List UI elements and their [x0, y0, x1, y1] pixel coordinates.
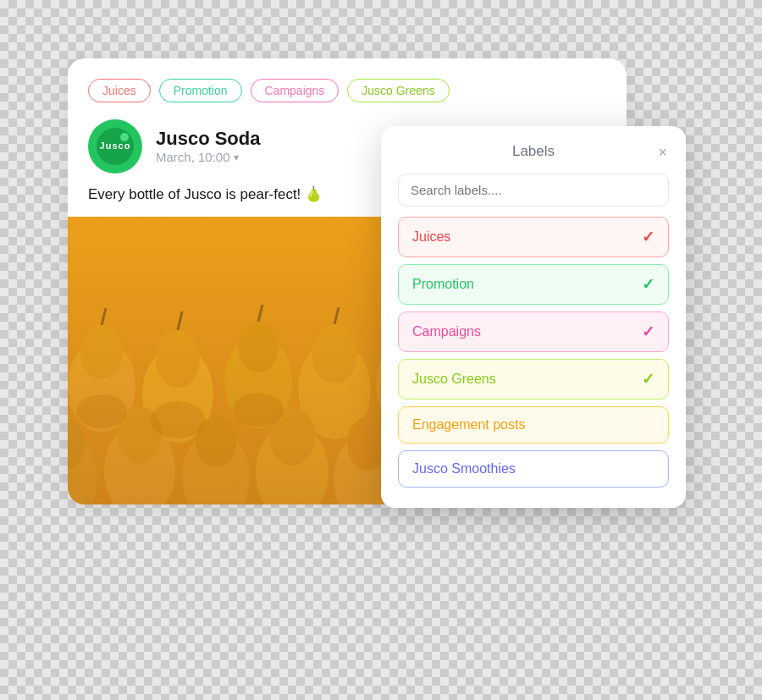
check-icon-juices: ✓ [642, 228, 654, 246]
label-text-jusco-greens: Jusco Greens [412, 372, 496, 387]
labels-dropdown: Labels × Juices ✓ Promotion ✓ Campaigns … [381, 126, 686, 508]
post-date[interactable]: March, 10:00 ▾ [156, 150, 260, 164]
tag-promotion[interactable]: Promotion [159, 79, 242, 102]
tag-campaigns[interactable]: Campaigns [251, 79, 340, 102]
avatar: Jusco [88, 119, 142, 174]
avatar-logo: Jusco [100, 141, 131, 151]
post-meta: Jusco Soda March, 10:00 ▾ [156, 128, 260, 164]
label-item-juices[interactable]: Juices ✓ [398, 217, 669, 257]
dropdown-title: Labels [512, 143, 555, 160]
avatar-circle: Jusco [97, 128, 134, 165]
tag-jusco-greens[interactable]: Jusco Greens [347, 79, 449, 102]
label-item-jusco-smoothies[interactable]: Jusco Smoothies [398, 450, 669, 488]
label-text-campaigns: Campaigns [412, 324, 481, 339]
label-item-campaigns[interactable]: Campaigns ✓ [398, 311, 669, 352]
label-item-promotion[interactable]: Promotion ✓ [398, 264, 669, 305]
check-icon-promotion: ✓ [642, 275, 654, 294]
chevron-down-icon: ▾ [234, 152, 239, 163]
check-icon-jusco-greens: ✓ [642, 370, 654, 389]
check-icon-campaigns: ✓ [642, 322, 654, 341]
label-item-engagement[interactable]: Engagement posts [398, 406, 669, 444]
search-input[interactable] [398, 174, 669, 207]
label-text-promotion: Promotion [412, 277, 474, 292]
label-text-jusco-smoothies: Jusco Smoothies [412, 461, 516, 477]
label-item-jusco-greens[interactable]: Jusco Greens ✓ [398, 359, 669, 400]
tag-juices[interactable]: Juices [88, 79, 151, 102]
tags-row: Juices Promotion Campaigns Jusco Greens [88, 79, 606, 102]
label-text-juices: Juices [412, 229, 450, 245]
scene: Juices Promotion Campaigns Jusco Greens … [51, 33, 711, 668]
label-text-engagement: Engagement posts [412, 417, 525, 433]
post-author: Jusco Soda [156, 128, 260, 150]
dropdown-header: Labels × [398, 143, 669, 160]
close-button[interactable]: × [656, 143, 669, 162]
